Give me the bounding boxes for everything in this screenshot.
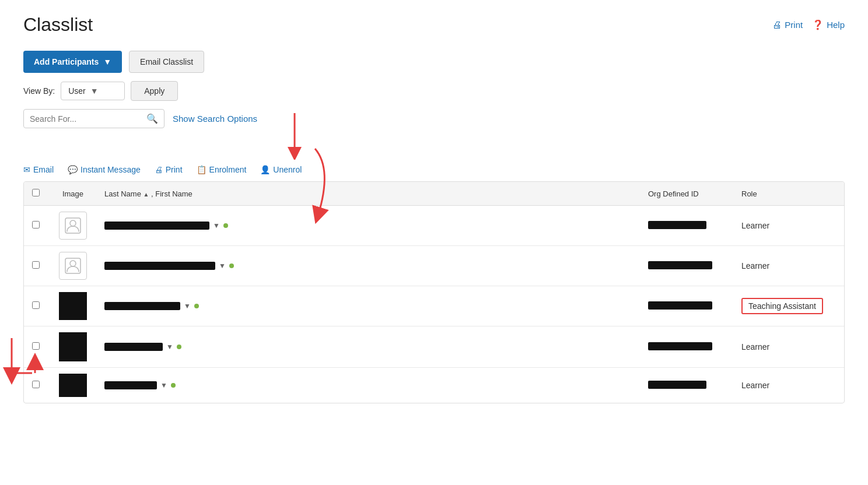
- sort-label: , First Name: [151, 189, 192, 198]
- help-link[interactable]: ❓ Help: [812, 19, 845, 30]
- row-checkbox-cell: [24, 246, 50, 286]
- role-value: Learner: [741, 221, 769, 230]
- row-checkbox[interactable]: [32, 261, 40, 269]
- redacted-name: [104, 222, 209, 230]
- print-action-link[interactable]: 🖨 Print: [155, 165, 183, 174]
- org-id-cell: [640, 368, 733, 403]
- svg-point-4: [70, 261, 76, 266]
- show-search-options-label: Show Search Options: [173, 114, 257, 124]
- org-id-cell: [640, 206, 733, 246]
- online-status-dot: [229, 263, 234, 268]
- online-status-dot: [177, 345, 181, 349]
- name-dropdown-icon[interactable]: ▼: [166, 343, 173, 351]
- avatar-cell: [50, 246, 96, 286]
- email-action-label: Email: [33, 165, 54, 174]
- view-by-select[interactable]: User ▼: [61, 82, 125, 100]
- role-cell: Learner: [733, 246, 844, 286]
- name-dropdown-icon[interactable]: ▼: [184, 302, 191, 310]
- avatar: [59, 292, 87, 320]
- row-checkbox[interactable]: [32, 221, 40, 229]
- name-dropdown-icon[interactable]: ▼: [160, 381, 167, 389]
- unenrol-link[interactable]: 👤 Unenrol: [260, 165, 302, 174]
- redacted-name: [104, 381, 157, 389]
- redacted-name: [104, 343, 163, 351]
- name-dropdown-icon[interactable]: ▼: [219, 262, 226, 270]
- toolbar: Add Participants ▼ Email Classlist View …: [0, 45, 868, 128]
- classlist-table: Image Last Name ▲ , First Name Org Defin…: [24, 182, 844, 403]
- redacted-org-id: [648, 381, 706, 389]
- avatar: [59, 374, 87, 397]
- role-header: Role: [733, 182, 844, 206]
- print-action-icon: 🖨: [155, 165, 163, 174]
- avatar-cell: [50, 326, 96, 368]
- instant-message-label: Instant Message: [80, 165, 141, 174]
- sort-up-icon: ▲: [144, 191, 149, 198]
- help-icon: ❓: [812, 19, 824, 30]
- name-cell: ▼: [96, 206, 640, 246]
- redacted-org-id: [648, 342, 712, 350]
- redacted-org-id: [648, 261, 712, 269]
- role-cell: Learner: [733, 326, 844, 368]
- avatar-cell: [50, 368, 96, 403]
- email-action-link[interactable]: ✉ Email: [23, 165, 54, 174]
- online-status-dot: [171, 383, 176, 388]
- search-button[interactable]: 🔍: [146, 113, 158, 124]
- unenrol-label: Unenrol: [273, 165, 302, 174]
- redacted-name: [104, 262, 215, 270]
- row-checkbox[interactable]: [32, 381, 40, 388]
- table-header-row: Image Last Name ▲ , First Name Org Defin…: [24, 182, 844, 206]
- view-by-value: User: [68, 86, 86, 96]
- row-checkbox-cell: [24, 206, 50, 246]
- role-value: Learner: [741, 381, 769, 390]
- redacted-name: [104, 302, 180, 310]
- search-input[interactable]: [30, 114, 146, 124]
- name-cell: ▼: [96, 368, 640, 403]
- search-box: 🔍: [23, 109, 164, 128]
- enrolment-link[interactable]: 📋 Enrolment: [197, 165, 247, 174]
- action-bar: ✉ Email 💬 Instant Message 🖨 Print 📋 Enro…: [0, 160, 868, 181]
- avatar-cell: [50, 286, 96, 326]
- svg-point-2: [70, 220, 76, 226]
- annotation-arrow-enrolment: [277, 113, 312, 160]
- redacted-org-id: [648, 221, 706, 229]
- help-label: Help: [827, 20, 845, 30]
- avatar-cell: [50, 206, 96, 246]
- row-checkbox-cell: [24, 368, 50, 403]
- avatar: [59, 252, 87, 280]
- online-status-dot: [194, 304, 199, 308]
- redacted-org-id: [648, 301, 712, 310]
- view-by-label: View By:: [23, 86, 55, 96]
- chat-icon: 💬: [68, 165, 78, 174]
- avatar: [59, 212, 87, 240]
- name-cell: ▼: [96, 326, 640, 368]
- instant-message-link[interactable]: 💬 Instant Message: [68, 165, 141, 174]
- show-search-options-link[interactable]: Show Search Options: [173, 114, 257, 124]
- row-checkbox-cell: [24, 286, 50, 326]
- email-classlist-button[interactable]: Email Classlist: [129, 51, 204, 73]
- name-dropdown-icon[interactable]: ▼: [213, 222, 220, 230]
- print-link[interactable]: 🖨 Print: [772, 20, 803, 30]
- table-row: ▼ Learner: [24, 368, 844, 403]
- apply-label: Apply: [144, 86, 164, 96]
- email-classlist-label: Email Classlist: [140, 57, 193, 66]
- apply-button[interactable]: Apply: [131, 81, 178, 101]
- select-all-checkbox[interactable]: [32, 189, 40, 196]
- online-status-dot: [223, 223, 228, 228]
- org-id-cell: [640, 286, 733, 326]
- chevron-down-icon: ▼: [103, 57, 111, 66]
- role-cell: Teaching Assistant: [733, 286, 844, 326]
- table-row: ▼ Teaching Assistant: [24, 286, 844, 326]
- name-cell: ▼: [96, 286, 640, 326]
- role-cell: Learner: [733, 368, 844, 403]
- page-title: Classlist: [23, 14, 93, 36]
- row-checkbox[interactable]: [32, 301, 40, 309]
- print-action-label: Print: [166, 165, 183, 174]
- name-header[interactable]: Last Name ▲ , First Name: [96, 182, 640, 206]
- select-all-header: [24, 182, 50, 206]
- row-checkbox[interactable]: [32, 342, 40, 350]
- add-participants-button[interactable]: Add Participants ▼: [23, 51, 122, 73]
- table-row: ▼ Learner: [24, 246, 844, 286]
- unenrol-icon: 👤: [260, 165, 270, 174]
- role-value: Learner: [741, 342, 769, 352]
- add-participants-label: Add Participants: [34, 57, 99, 66]
